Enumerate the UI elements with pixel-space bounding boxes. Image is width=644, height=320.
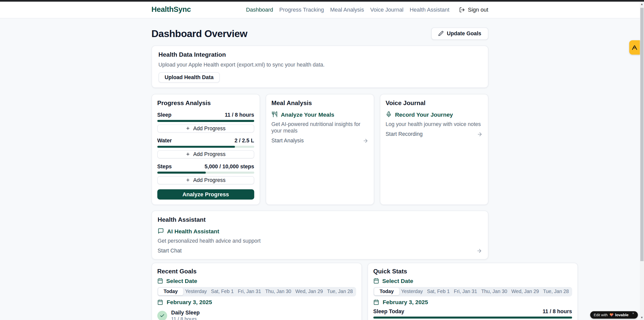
brand-a-icon bbox=[631, 44, 638, 51]
logout-icon bbox=[459, 7, 465, 13]
recent-goals-select-date[interactable]: Select Date bbox=[157, 278, 356, 284]
utensils-icon bbox=[271, 111, 278, 117]
analyze-your-meals-label: Analyze Your Meals bbox=[281, 111, 334, 118]
nav-dashboard[interactable]: Dashboard bbox=[246, 7, 273, 13]
sign-out-button[interactable]: Sign out bbox=[459, 7, 488, 13]
tab-thu-jan-30[interactable]: Thu, Jan 30 bbox=[479, 288, 509, 295]
main-nav: Dashboard Progress Tracking Meal Analysi… bbox=[246, 7, 488, 13]
tab-yesterday[interactable]: Yesterday bbox=[399, 288, 425, 295]
metric-sleep-value: 11 / 8 hours bbox=[225, 111, 254, 118]
close-icon[interactable]: × bbox=[632, 312, 634, 315]
recent-goals-current-date[interactable]: February 3, 2025 bbox=[157, 299, 356, 305]
tab-wed-jan-29[interactable]: Wed, Jan 29 bbox=[509, 288, 541, 295]
meal-analysis-title: Meal Analysis bbox=[271, 99, 369, 107]
add-progress-label: Add Progress bbox=[193, 177, 225, 183]
goal-name: Daily Sleep bbox=[171, 309, 200, 315]
tab-fri-jan-31[interactable]: Fri, Jan 31 bbox=[452, 288, 479, 295]
edit-with-lovable-badge[interactable]: Edit with lovable × bbox=[590, 311, 638, 318]
goal-item-daily-sleep: Daily Sleep 11 / 8 hours bbox=[157, 309, 356, 320]
tab-sat-feb-1[interactable]: Sat, Feb 1 bbox=[209, 288, 236, 295]
app-logo: HealthSync bbox=[151, 5, 191, 14]
nav-health-assistant[interactable]: Health Assistant bbox=[410, 7, 449, 13]
meal-analysis-card: Meal Analysis Analyze Your Meals Get AI-… bbox=[266, 94, 374, 205]
upload-health-data-button[interactable]: Upload Health Data bbox=[159, 72, 220, 82]
start-chat-action[interactable]: Start Chat bbox=[158, 247, 482, 254]
scrollbar-down-arrow[interactable]: ▼ bbox=[640, 315, 644, 319]
recent-goals-title: Recent Goals bbox=[157, 268, 356, 275]
microphone-icon bbox=[386, 111, 392, 117]
edit-with-label: Edit with bbox=[594, 313, 607, 317]
quick-stats-card: Quick Stats Select Date Today Yesterday … bbox=[367, 263, 578, 320]
arrow-right-icon bbox=[477, 131, 482, 137]
add-progress-sleep-button[interactable]: Add Progress bbox=[157, 124, 254, 133]
metric-sleep: Sleep 11 / 8 hours Add Progress bbox=[157, 111, 254, 132]
sleep-today-value: 11 / 8 hours bbox=[543, 308, 572, 315]
health-data-integration-card: Health Data Integration Upload your Appl… bbox=[151, 45, 488, 88]
arrow-right-icon bbox=[362, 138, 368, 144]
check-icon bbox=[157, 311, 167, 320]
page-scrollbar[interactable]: ▲ ▼ bbox=[640, 2, 644, 320]
voice-journal-card: Voice Journal Record Your Journey Log yo… bbox=[380, 94, 488, 205]
health-assistant-title: Health Assistant bbox=[158, 216, 482, 223]
analyze-your-meals-link[interactable]: Analyze Your Meals bbox=[271, 111, 369, 118]
main-content: Dashboard Overview Update Goals Health D… bbox=[151, 18, 488, 320]
sleep-today-progressbar bbox=[373, 316, 572, 318]
arrow-right-icon bbox=[476, 248, 482, 253]
analyze-progress-button[interactable]: Analyze Progress bbox=[157, 189, 254, 199]
health-data-description: Upload your Apple Health export (export.… bbox=[159, 61, 481, 68]
nav-meal-analysis[interactable]: Meal Analysis bbox=[330, 7, 364, 13]
quick-stats-select-date[interactable]: Select Date bbox=[373, 278, 572, 284]
goal-value: 11 / 8 hours bbox=[171, 316, 200, 320]
nav-voice-journal[interactable]: Voice Journal bbox=[370, 7, 404, 13]
metric-water: Water 2 / 2.5 L Add Progress bbox=[157, 137, 254, 158]
add-progress-steps-button[interactable]: Add Progress bbox=[157, 176, 254, 184]
tab-tue-jan-28[interactable]: Tue, Jan 28 bbox=[325, 288, 355, 295]
start-analysis-action[interactable]: Start Analysis bbox=[271, 137, 369, 144]
quick-stats-date-tabs: Today Yesterday Sat, Feb 1 Fri, Jan 31 T… bbox=[373, 287, 572, 296]
recent-goals-date-tabs: Today Yesterday Sat, Feb 1 Fri, Jan 31 T… bbox=[157, 287, 356, 296]
sign-out-label: Sign out bbox=[468, 7, 488, 13]
current-date-label: February 3, 2025 bbox=[383, 299, 428, 305]
record-your-journey-link[interactable]: Record Your Journey bbox=[386, 111, 483, 118]
tab-yesterday[interactable]: Yesterday bbox=[183, 288, 209, 295]
scrollbar-up-arrow[interactable]: ▲ bbox=[640, 2, 644, 6]
plus-icon bbox=[186, 178, 190, 182]
lovable-label: lovable bbox=[615, 312, 628, 317]
calendar-icon bbox=[373, 299, 379, 305]
progress-analysis-card: Progress Analysis Sleep 11 / 8 hours Add… bbox=[151, 94, 260, 205]
update-goals-button[interactable]: Update Goals bbox=[431, 27, 488, 40]
sleep-today-label: Sleep Today bbox=[373, 308, 404, 315]
quick-stats-current-date[interactable]: February 3, 2025 bbox=[373, 299, 572, 305]
metric-steps-label: Steps bbox=[157, 163, 172, 170]
tab-fri-jan-31[interactable]: Fri, Jan 31 bbox=[236, 288, 263, 295]
page-title: Dashboard Overview bbox=[151, 28, 247, 39]
ai-health-assistant-link[interactable]: AI Health Assistant bbox=[158, 228, 482, 234]
add-progress-water-button[interactable]: Add Progress bbox=[157, 150, 254, 158]
tab-tue-jan-28[interactable]: Tue, Jan 28 bbox=[541, 288, 571, 295]
metric-water-progressbar bbox=[157, 146, 254, 148]
start-recording-action[interactable]: Start Recording bbox=[386, 131, 483, 137]
bottom-cards-row: Recent Goals Select Date Today Yesterday… bbox=[151, 263, 488, 320]
feature-cards-row: Progress Analysis Sleep 11 / 8 hours Add… bbox=[151, 94, 488, 205]
metric-sleep-progressbar bbox=[157, 120, 254, 122]
calendar-icon bbox=[157, 278, 163, 284]
tab-sat-feb-1[interactable]: Sat, Feb 1 bbox=[425, 288, 452, 295]
tab-thu-jan-30[interactable]: Thu, Jan 30 bbox=[263, 288, 293, 295]
metric-steps-progressbar bbox=[157, 171, 254, 173]
scrollbar-thumb[interactable] bbox=[640, 8, 643, 261]
select-date-label: Select Date bbox=[382, 278, 413, 284]
assistant-description: Get personalized health advice and suppo… bbox=[158, 238, 482, 244]
tab-today[interactable]: Today bbox=[158, 288, 183, 295]
nav-progress-tracking[interactable]: Progress Tracking bbox=[279, 7, 324, 13]
start-recording-label: Start Recording bbox=[386, 131, 423, 137]
lovable-editor-fab[interactable] bbox=[629, 40, 640, 55]
tab-today[interactable]: Today bbox=[374, 288, 399, 295]
start-analysis-label: Start Analysis bbox=[271, 137, 304, 144]
quick-stats-title: Quick Stats bbox=[373, 268, 572, 275]
add-progress-label: Add Progress bbox=[193, 151, 225, 157]
metric-sleep-label: Sleep bbox=[157, 111, 172, 118]
app-header: HealthSync Dashboard Progress Tracking M… bbox=[0, 2, 640, 18]
current-date-label: February 3, 2025 bbox=[167, 299, 212, 305]
chat-bubble-icon bbox=[158, 228, 164, 234]
tab-wed-jan-29[interactable]: Wed, Jan 29 bbox=[293, 288, 325, 295]
